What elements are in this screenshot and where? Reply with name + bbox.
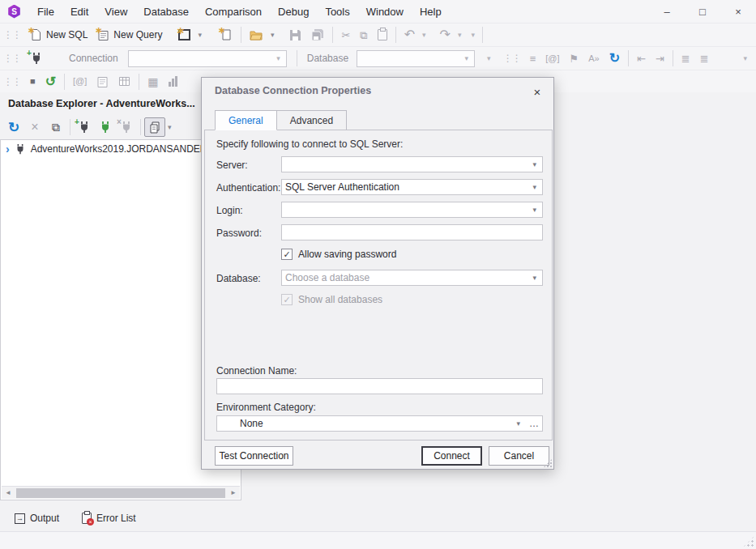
execute-statement-button[interactable]: ≡ bbox=[525, 49, 541, 69]
chart-button[interactable] bbox=[164, 71, 182, 92]
toolbar-overflow-icon[interactable]: ▾ bbox=[741, 54, 750, 62]
login-combobox[interactable]: ▾ bbox=[281, 202, 543, 218]
ellipsis-button[interactable]: … bbox=[529, 418, 539, 429]
new-connection-button[interactable]: + bbox=[74, 117, 95, 137]
new-table-button[interactable] bbox=[113, 71, 135, 92]
tab-advanced[interactable]: Advanced bbox=[277, 110, 347, 130]
query-history-button[interactable]: ↺ bbox=[41, 71, 61, 92]
maximize-icon[interactable]: □ bbox=[685, 0, 720, 23]
horizontal-scrollbar[interactable]: ◄ ► bbox=[2, 486, 240, 499]
toolbar-grip[interactable]: ⋮⋮ bbox=[0, 53, 25, 64]
explorer-overflow-icon[interactable]: ▾ bbox=[165, 123, 174, 131]
database-label: Database: bbox=[216, 273, 261, 284]
undo-dropdown-icon[interactable]: ▾ bbox=[420, 31, 429, 39]
open-file-dropdown-icon[interactable]: ▾ bbox=[268, 31, 277, 39]
password-field[interactable] bbox=[281, 224, 543, 240]
minimize-icon[interactable]: – bbox=[649, 0, 685, 23]
connect-button[interactable]: Connect bbox=[421, 446, 482, 466]
refresh-code-completion-button[interactable]: ↻ bbox=[604, 49, 625, 69]
save-all-button[interactable] bbox=[306, 25, 329, 45]
copy-button[interactable]: ⧉ bbox=[355, 25, 372, 45]
dialog-close-icon[interactable]: × bbox=[529, 83, 545, 100]
refresh-icon: ↻ bbox=[609, 52, 620, 65]
menu-window[interactable]: Window bbox=[358, 0, 412, 23]
edit-document-button[interactable] bbox=[92, 71, 113, 92]
environment-category-combobox[interactable]: None ▾ … bbox=[216, 415, 543, 432]
edit-parameters-button[interactable]: [@] bbox=[540, 49, 564, 69]
bookmark-button[interactable]: ⚑ bbox=[565, 49, 584, 69]
fragmentation-button[interactable]: ▦ bbox=[143, 71, 163, 92]
refresh-button[interactable]: ↻ bbox=[3, 117, 24, 137]
new-query-button[interactable]: ∗ New Query bbox=[92, 25, 167, 45]
connection-toolbar: ⋮⋮ + Connection ▾ Database ▾ ▾ ⋮⋮ ≡ [@] … bbox=[0, 46, 756, 70]
menu-database[interactable]: Database bbox=[135, 0, 197, 23]
undo-button[interactable]: ↶ bbox=[399, 25, 420, 45]
uncomment-lines-button[interactable]: ≣ bbox=[695, 49, 714, 69]
tab-error-list[interactable]: × Error List bbox=[82, 513, 136, 524]
increase-indent-button[interactable]: ⇥ bbox=[651, 49, 669, 69]
menu-tools[interactable]: Tools bbox=[317, 0, 357, 23]
close-icon[interactable]: × bbox=[720, 0, 756, 23]
chevron-down-icon: ▾ bbox=[463, 54, 472, 62]
new-sql-label: New SQL bbox=[46, 29, 88, 40]
allow-saving-password-label: Allow saving password bbox=[298, 249, 396, 260]
open-file-button[interactable] bbox=[245, 25, 268, 45]
menu-view[interactable]: View bbox=[96, 0, 135, 23]
delete-connection-button[interactable]: × bbox=[24, 117, 45, 137]
test-connection-button[interactable]: Test Connection bbox=[215, 446, 293, 466]
toolbar-overflow-icon[interactable]: ▾ bbox=[469, 31, 478, 39]
show-system-objects-toggle[interactable] bbox=[144, 117, 165, 137]
paste-button[interactable] bbox=[373, 25, 392, 45]
scroll-left-icon[interactable]: ◄ bbox=[2, 489, 15, 496]
server-combobox[interactable]: ▾ bbox=[281, 156, 543, 172]
tab-output[interactable]: → Output bbox=[15, 513, 59, 524]
connection-combobox[interactable]: ▾ bbox=[128, 50, 287, 67]
menu-edit[interactable]: Edit bbox=[62, 0, 96, 23]
redo-dropdown-icon[interactable]: ▾ bbox=[455, 31, 464, 39]
resize-grip[interactable] bbox=[743, 536, 754, 547]
save-button[interactable] bbox=[284, 25, 306, 45]
connection-name-field[interactable] bbox=[216, 378, 543, 394]
scroll-right-icon[interactable]: ► bbox=[227, 489, 240, 496]
macros-button[interactable]: [@] bbox=[68, 71, 92, 92]
toolbar-grip[interactable]: ⋮⋮ bbox=[500, 53, 525, 64]
password-label: Password: bbox=[216, 228, 262, 239]
disconnect-button[interactable]: × bbox=[116, 117, 137, 137]
redo-button[interactable]: ↷ bbox=[435, 25, 455, 45]
output-label: Output bbox=[30, 513, 59, 524]
chevron-down-icon: ▾ bbox=[274, 54, 283, 62]
cut-button[interactable]: ✂ bbox=[336, 25, 355, 45]
stop-icon: ■ bbox=[30, 77, 36, 86]
cancel-button[interactable]: Cancel bbox=[489, 446, 549, 466]
tab-general[interactable]: General bbox=[215, 110, 277, 130]
database-combobox[interactable]: Choose a database ▾ bbox=[281, 270, 543, 286]
menu-file[interactable]: File bbox=[29, 0, 62, 23]
duplicate-button[interactable]: ⧉ bbox=[45, 117, 66, 137]
decrease-indent-button[interactable]: ⇤ bbox=[632, 49, 651, 69]
uncomment-icon: ≣ bbox=[700, 53, 709, 64]
menu-help[interactable]: Help bbox=[412, 0, 450, 23]
allow-saving-password-checkbox[interactable]: ✓ Allow saving password bbox=[281, 249, 396, 260]
stop-button[interactable]: ■ bbox=[25, 71, 41, 92]
comment-lines-button[interactable]: ≣ bbox=[677, 49, 695, 69]
new-connection-button[interactable]: + bbox=[25, 49, 48, 69]
toolbar-grip[interactable]: ⋮⋮ bbox=[0, 76, 25, 87]
new-window-button[interactable]: ∗ bbox=[216, 25, 237, 45]
expand-chevron-icon[interactable]: › bbox=[6, 143, 10, 155]
scrollbar-thumb[interactable] bbox=[16, 488, 225, 498]
format-code-button[interactable]: A» bbox=[583, 49, 604, 69]
database-combobox[interactable]: ▾ bbox=[357, 50, 475, 67]
new-document-dropdown-icon[interactable]: ▾ bbox=[195, 31, 204, 39]
new-document-button[interactable]: ∗ bbox=[173, 25, 195, 45]
app-logo-icon: S bbox=[7, 5, 21, 19]
new-sql-button[interactable]: ∗ New SQL bbox=[25, 25, 92, 45]
database-dropdown-icon[interactable]: ▾ bbox=[485, 54, 493, 62]
toolbar-grip[interactable]: ⋮⋮ bbox=[0, 29, 25, 40]
menu-comparison[interactable]: Comparison bbox=[197, 0, 270, 23]
checkbox-check-icon: ✓ bbox=[281, 249, 293, 260]
connect-button[interactable] bbox=[95, 117, 116, 137]
authentication-combobox[interactable]: SQL Server Authentication ▾ bbox=[281, 179, 543, 195]
menu-debug[interactable]: Debug bbox=[270, 0, 317, 23]
flag-icon: ⚑ bbox=[570, 53, 579, 64]
dialog-tabs: General Advanced bbox=[215, 110, 347, 130]
